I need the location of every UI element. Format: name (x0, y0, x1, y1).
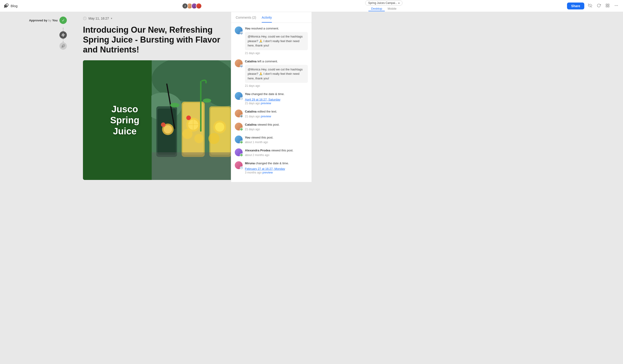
tab-comments[interactable]: Comments (2) (236, 16, 256, 22)
image-brand-text: Jusco Spring Juice (110, 103, 139, 137)
activity-item: ✏️ Catalina edited the text. 21 days ago… (235, 110, 308, 118)
content-area: May 11, 16:27 ▾ Introducing Our New, Ref… (74, 12, 231, 182)
header-left: Blog (4, 3, 18, 8)
activity-time: 21 days ago preview (245, 115, 308, 118)
preview-link[interactable]: preview (261, 115, 271, 118)
preview-link[interactable]: preview (261, 101, 271, 105)
activity-content: You resolved a comment. @Monica Hey, cou… (245, 26, 308, 55)
activity-meta: Alexandra Prodea viewed this post. (245, 148, 308, 153)
avatar-you-5: 👁 (235, 136, 243, 143)
activity-time: 21 days ago (245, 84, 308, 87)
approval-section: Approved by by You ✓ (29, 17, 67, 24)
publish-date: May 11, 16:27 (89, 17, 109, 20)
panel-tabs: Comments (2) Activity (236, 16, 307, 22)
preview-link[interactable]: preview (262, 171, 273, 174)
approval-check-icon: ✓ (59, 17, 67, 24)
juice-image (151, 60, 231, 180)
activity-item: 💬 Catalina left a comment. @Monica Hey, … (235, 59, 308, 88)
avatar-count: 2 (182, 3, 188, 9)
activity-time: 21 days ago (245, 52, 308, 55)
article-title: Introducing Our New, Refreshing Spring J… (83, 25, 222, 55)
svg-point-38 (170, 103, 179, 107)
app-title: Blog (11, 4, 18, 8)
app-logo-icon (4, 3, 9, 8)
svg-rect-25 (200, 81, 201, 132)
main-layout: Approved by by You ✓ (0, 12, 312, 182)
eye-badge-icon: 👁 (240, 128, 243, 131)
activity-feed: 💬 You resolved a comment. @Monica Hey, c… (231, 23, 312, 182)
activity-meta: Catalina edited the text. (245, 110, 308, 114)
svg-point-37 (208, 133, 220, 144)
svg-point-39 (203, 99, 211, 103)
activity-time: 21 days ago (245, 128, 308, 131)
pen-badge-icon: ✏️ (240, 115, 243, 118)
avatar-alex-6: 👁 (235, 148, 243, 156)
timeline-node-automation[interactable] (59, 31, 67, 39)
svg-rect-40 (152, 152, 231, 180)
activity-meta: Miruna changed the date & time. (245, 161, 308, 165)
activity-link[interactable]: February 27 at 16:27, Monday (245, 167, 285, 170)
avatar-catalina-3: ✏️ (235, 110, 243, 117)
activity-content: Alexandra Prodea viewed this post. about… (245, 148, 308, 157)
activity-item: 🕐 You changed the date & time. April 29 … (235, 92, 308, 105)
timeline-connector (63, 28, 63, 31)
activity-content: Catalina viewed this post. 21 days ago (245, 123, 308, 131)
activity-content: You viewed this post. about 1 month ago (245, 136, 308, 144)
clock-badge-icon: 🕐 (240, 166, 243, 170)
svg-point-21 (164, 125, 172, 133)
avatar-catalina-1: 💬 (235, 59, 243, 67)
activity-item: 👁 Catalina viewed this post. 21 days ago (235, 123, 308, 131)
avatar-3 (196, 3, 202, 9)
activity-item: 💬 You resolved a comment. @Monica Hey, c… (235, 26, 308, 55)
avatar-catalina-4: 👁 (235, 123, 243, 130)
svg-point-30 (182, 129, 193, 139)
avatar-you-2: 🕐 (235, 92, 243, 100)
activity-item: 🕐 Miruna changed the date & time. Februa… (235, 161, 308, 174)
clock-badge-icon: 🕐 (240, 97, 243, 100)
activity-meta: You changed the date & time. (245, 92, 308, 96)
header-avatars-group: 2 (182, 3, 200, 9)
avatar-miruna-7: 🕐 (235, 161, 243, 169)
tab-activity[interactable]: Activity (262, 16, 272, 22)
left-panel: Approved by by You ✓ (0, 12, 74, 182)
activity-time: 3 months ago preview (245, 171, 308, 174)
activity-content: Catalina edited the text. 21 days ago pr… (245, 110, 308, 118)
comment-badge-icon: 💬 (240, 64, 243, 68)
svg-point-31 (195, 134, 204, 143)
timeline-node-blog[interactable] (59, 42, 67, 50)
activity-meta: You resolved a comment. (245, 26, 308, 31)
svg-point-32 (186, 116, 191, 120)
workflow-timeline (59, 28, 67, 50)
clock-icon (83, 17, 87, 20)
avatar-you-0: 💬 (235, 26, 243, 34)
svg-marker-10 (62, 33, 65, 36)
comment-badge-icon: 💬 (240, 32, 243, 35)
activity-content: You changed the date & time. April 29 at… (245, 92, 308, 105)
date-chevron-icon[interactable]: ▾ (111, 17, 112, 20)
svg-point-36 (215, 122, 224, 132)
eye-badge-icon: 👁 (240, 141, 243, 144)
activity-item: 👁 You viewed this post. about 1 month ag… (235, 136, 308, 144)
eye-badge-icon: 👁 (240, 153, 243, 157)
activity-time: 21 days ago preview (245, 101, 308, 105)
svg-point-22 (161, 122, 166, 127)
activity-content: Catalina left a comment. @Monica Hey, co… (245, 59, 308, 88)
app-header: Blog 2 Spring Juices Campai... ▾ Desktop… (0, 0, 312, 12)
activity-panel: Comments (2) Activity 💬 You resolved a c… (231, 12, 312, 182)
activity-time: about 2 months ago (245, 153, 308, 157)
article-image: Jusco Spring Juice (83, 60, 231, 180)
collaborator-avatars: 2 (182, 3, 200, 9)
timeline-connector-2 (63, 39, 63, 42)
activity-meta: You viewed this post. (245, 136, 308, 140)
activity-content: Miruna changed the date & time. February… (245, 161, 308, 174)
activity-quote: @Monica Hey, could we cut the hashtags p… (245, 65, 308, 83)
activity-quote: @Monica Hey, could we cut the hashtags p… (245, 32, 308, 50)
activity-meta: Catalina left a comment. (245, 59, 308, 63)
activity-item: 👁 Alexandra Prodea viewed this post. abo… (235, 148, 308, 157)
panel-header: Comments (2) Activity (231, 12, 312, 23)
approval-text: Approved by by You (29, 19, 58, 22)
activity-time: about 1 month ago (245, 141, 308, 144)
activity-link[interactable]: April 29 at 16:27, Saturday (245, 98, 280, 101)
date-row: May 11, 16:27 ▾ (83, 17, 222, 20)
activity-meta: Catalina viewed this post. (245, 123, 308, 127)
